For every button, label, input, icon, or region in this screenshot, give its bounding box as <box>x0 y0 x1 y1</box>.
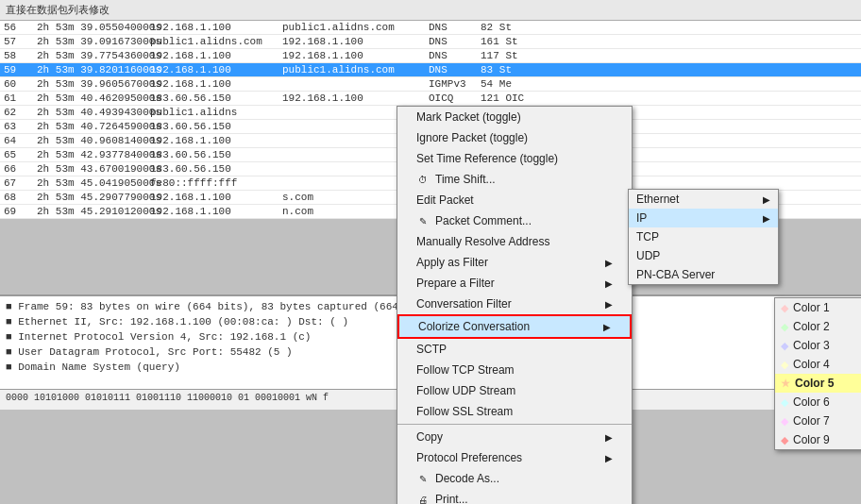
table-row[interactable]: 57 2h 53m 39.091673000s public1.alidns.c… <box>0 35 861 49</box>
row-len: 121 OIC <box>481 92 528 104</box>
title-bar: 直接在数据包列表修改 <box>0 0 861 21</box>
row-num: 59 <box>4 64 37 76</box>
menu-icon: ⏱ <box>416 175 430 185</box>
menu-item[interactable]: Conversation Filter▶ <box>397 294 632 314</box>
submenu-arrow: ▶ <box>763 194 770 205</box>
colorize-label: Ethernet <box>636 193 679 206</box>
color-label: Color 4 <box>793 358 830 371</box>
row-src: 183.60.56.150 <box>150 149 282 160</box>
row-src: 192.168.1.100 <box>150 64 282 76</box>
menu-label: Colorize Conversation <box>418 320 530 333</box>
menu-item[interactable]: 🖨Print... <box>397 489 632 504</box>
row-time: 2h 53m 40.960814000s <box>37 135 150 146</box>
row-num: 66 <box>4 163 37 175</box>
submenu-arrow: ▶ <box>603 322 611 332</box>
color-symbol: ★ <box>781 378 790 390</box>
table-row[interactable]: 59 2h 53m 39.820116000s 192.168.1.100 pu… <box>0 63 861 77</box>
row-time: 2h 53m 40.493943000s <box>37 107 150 118</box>
row-src: 183.60.56.150 <box>150 163 282 175</box>
row-num: 60 <box>4 78 37 90</box>
submenu-colorize: Ethernet▶IP▶TCPUDPPN-CBA Server <box>628 189 779 285</box>
menu-label: Manually Resolve Address <box>416 235 549 248</box>
row-num: 67 <box>4 177 37 189</box>
menu-item[interactable]: Mark Packet (toggle) <box>397 107 632 127</box>
row-num: 64 <box>4 135 37 146</box>
row-src: 192.168.1.100 <box>150 78 282 90</box>
row-time: 2h 53m 40.462095000s <box>37 92 150 104</box>
menu-item[interactable]: ⏱Time Shift... <box>397 169 632 190</box>
menu-item[interactable]: Follow TCP Stream <box>397 360 632 380</box>
colorize-submenu-item[interactable]: IP▶ <box>629 209 778 227</box>
row-time: 2h 53m 39.820116000s <box>37 64 150 76</box>
menu-item[interactable]: Follow UDP Stream <box>397 380 632 401</box>
menu-item[interactable]: SCTP <box>397 339 632 360</box>
menu-icon: ✎ <box>416 216 430 227</box>
row-src: 192.168.1.100 <box>150 135 282 146</box>
color-symbol: ◆ <box>781 321 788 333</box>
menu-item[interactable]: Edit Packet <box>397 190 632 210</box>
menu-item[interactable]: Manually Resolve Address <box>397 231 632 252</box>
color-symbol: ◆ <box>781 434 788 446</box>
menu-item[interactable]: Protocol Preferences▶ <box>397 447 632 468</box>
color-item[interactable]: ◆ Color 4 <box>775 355 861 374</box>
color-item[interactable]: ◆ Color 7 <box>775 412 861 430</box>
menu-item[interactable]: Apply as Filter▶ <box>397 252 632 273</box>
row-src: 192.168.1.100 <box>150 206 282 217</box>
colorize-label: PN-CBA Server <box>636 268 715 281</box>
table-row[interactable]: 61 2h 53m 40.462095000s 183.60.56.150 19… <box>0 92 861 106</box>
row-num: 68 <box>4 192 37 203</box>
menu-label: Follow UDP Stream <box>416 384 515 397</box>
menu-item[interactable]: Set Time Reference (toggle) <box>397 148 632 169</box>
colorize-label: UDP <box>636 249 660 262</box>
colorize-submenu-item[interactable]: PN-CBA Server <box>629 265 778 284</box>
row-src: fe80::ffff:fff <box>150 177 282 189</box>
color-item[interactable]: ◆ Color 9 <box>775 430 861 449</box>
menu-item[interactable]: ✎Decode As... <box>397 468 632 489</box>
row-dst: 192.168.1.100 <box>282 92 429 104</box>
menu-item[interactable]: ✎Packet Comment... <box>397 210 632 231</box>
row-dst: public1.alidns.com <box>282 22 429 33</box>
colorize-submenu-item[interactable]: TCP <box>629 227 778 246</box>
menu-label: Follow SSL Stream <box>416 405 513 418</box>
row-len: 82 St <box>481 22 528 33</box>
row-num: 61 <box>4 92 37 104</box>
row-time: 2h 53m 43.670019000s <box>37 163 150 175</box>
table-row[interactable]: 60 2h 53m 39.960567000s 192.168.1.100 IG… <box>0 77 861 92</box>
color-symbol: ◆ <box>781 340 788 352</box>
row-time: 2h 53m 42.937784000s <box>37 149 150 160</box>
row-len: 83 St <box>481 64 528 76</box>
table-row[interactable]: 56 2h 53m 39.055040000s 192.168.1.100 pu… <box>0 21 861 35</box>
color-label: Color 6 <box>793 395 830 409</box>
row-num: 57 <box>4 36 37 47</box>
color-symbol: ◆ <box>781 359 788 371</box>
submenu-arrow: ▶ <box>605 432 613 443</box>
row-num: 62 <box>4 107 37 118</box>
colorize-submenu-item[interactable]: Ethernet▶ <box>629 190 778 209</box>
color-label: Color 9 <box>793 433 830 446</box>
color-item[interactable]: ◆ Color 6 <box>775 393 861 412</box>
menu-item[interactable]: Ignore Packet (toggle) <box>397 127 632 148</box>
color-item[interactable]: ★ Color 5 <box>775 374 861 393</box>
submenu-colors: ◆ Color 1 ◆ Color 2 ◆ Color 3 ◆ Color 4 … <box>774 297 861 450</box>
row-time: 2h 53m 45.291012000s <box>37 206 150 217</box>
color-item[interactable]: ◆ Color 2 <box>775 317 861 336</box>
colorize-submenu-item[interactable]: UDP <box>629 246 778 265</box>
row-len: 161 St <box>481 36 528 47</box>
color-label: Color 2 <box>793 320 830 333</box>
menu-item[interactable]: Follow SSL Stream <box>397 401 632 422</box>
color-label: Color 3 <box>793 339 830 352</box>
menu-icon: 🖨 <box>416 495 430 505</box>
row-time: 2h 53m 45.290779000s <box>37 192 150 203</box>
menu-item[interactable]: Colorize Conversation▶ <box>397 314 632 339</box>
submenu-arrow: ▶ <box>605 278 613 289</box>
menu-item[interactable]: Prepare a Filter▶ <box>397 273 632 294</box>
color-symbol: ◆ <box>781 302 788 314</box>
menu-label: Prepare a Filter <box>416 277 495 290</box>
menu-label: Copy <box>416 430 443 444</box>
color-item[interactable]: ◆ Color 1 <box>775 298 861 317</box>
menu-icon: ✎ <box>416 474 430 484</box>
table-row[interactable]: 58 2h 53m 39.775436000s 192.168.1.100 19… <box>0 49 861 63</box>
row-proto: DNS <box>429 22 481 33</box>
color-item[interactable]: ◆ Color 3 <box>775 336 861 355</box>
menu-item[interactable]: Copy▶ <box>397 427 632 447</box>
